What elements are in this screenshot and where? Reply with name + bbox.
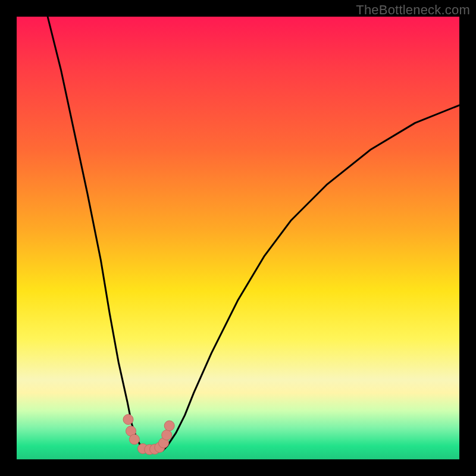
watermark-text: TheBottleneck.com	[356, 2, 470, 18]
svg-point-2	[129, 434, 139, 444]
svg-point-8	[162, 430, 172, 440]
curve-line	[48, 17, 459, 450]
highlight-markers	[123, 415, 174, 455]
outer-frame: TheBottleneck.com	[0, 0, 476, 476]
plot-area	[17, 17, 459, 459]
svg-point-9	[164, 421, 174, 431]
svg-point-0	[123, 415, 133, 425]
curve-svg	[17, 17, 459, 459]
